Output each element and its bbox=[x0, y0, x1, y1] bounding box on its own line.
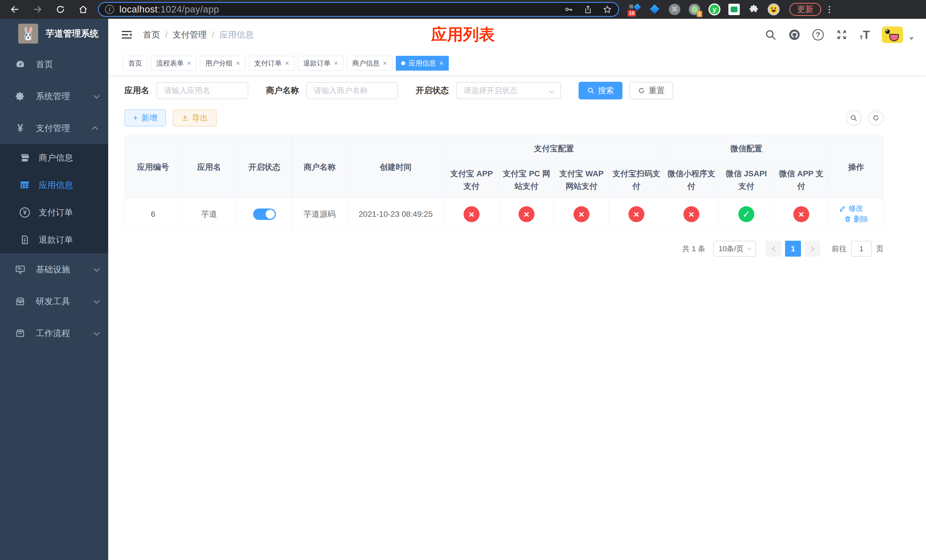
alipay-qr-status-icon: × bbox=[628, 206, 645, 222]
user-avatar[interactable] bbox=[882, 26, 903, 43]
refresh-button[interactable] bbox=[868, 110, 884, 126]
breadcrumb-separator: / bbox=[165, 30, 168, 39]
sidebar-collapse-icon[interactable] bbox=[121, 29, 133, 41]
next-page-button[interactable] bbox=[804, 241, 820, 257]
export-button[interactable]: 导出 bbox=[173, 109, 217, 127]
bookmark-star-icon[interactable] bbox=[603, 5, 612, 14]
sidebar-item-workflow[interactable]: 工作流程 bbox=[0, 317, 108, 349]
search-icon[interactable] bbox=[764, 29, 776, 41]
close-icon[interactable]: × bbox=[439, 60, 443, 67]
trash-icon bbox=[844, 215, 851, 223]
wechat-jsapi-status-icon: ✓ bbox=[738, 206, 754, 222]
sidebar-menu: 首页 系统管理 ¥ 支付管理 bbox=[0, 48, 108, 349]
avatar-caret-icon[interactable] bbox=[909, 37, 914, 40]
goto-page-input[interactable] bbox=[851, 241, 872, 257]
col-header-wechat-jsapi: 微信 JSAPI 支付 bbox=[719, 162, 774, 198]
home-icon[interactable] bbox=[77, 4, 89, 15]
tag-app-info-active[interactable]: 应用信息× bbox=[396, 56, 449, 71]
fullscreen-icon[interactable] bbox=[836, 29, 848, 41]
app-name-input[interactable] bbox=[157, 82, 248, 99]
chevron-down-icon bbox=[94, 298, 100, 304]
sidebar-item-dev-tools[interactable]: 研发工具 bbox=[0, 285, 108, 317]
monitor-icon bbox=[14, 264, 27, 275]
hide-search-button[interactable] bbox=[846, 110, 861, 126]
sidebar-item-app-info[interactable]: 应用信息 bbox=[0, 171, 108, 199]
font-size-icon[interactable]: тT bbox=[859, 29, 870, 41]
extension-yudao-icon[interactable]: y bbox=[708, 3, 720, 15]
extensions-puzzle-icon[interactable] bbox=[748, 3, 760, 15]
col-header-action: 操作 bbox=[829, 136, 884, 198]
prev-page-button[interactable] bbox=[766, 241, 782, 257]
chrome-update-button[interactable]: 更新 bbox=[789, 3, 821, 16]
search-button[interactable]: 搜索 bbox=[579, 82, 622, 100]
chrome-menu-icon[interactable] bbox=[826, 6, 832, 13]
close-icon[interactable]: × bbox=[383, 60, 387, 67]
url-text: localhost:1024/pay/app bbox=[119, 4, 219, 15]
col-header-app-id: 应用编号 bbox=[125, 136, 182, 198]
sidebar-item-label: 支付管理 bbox=[36, 123, 70, 134]
close-icon[interactable]: × bbox=[285, 60, 289, 67]
tag-process-form[interactable]: 流程表单× bbox=[151, 56, 197, 71]
sidebar-item-refund-order[interactable]: 退款订单 bbox=[0, 226, 108, 254]
url-bar[interactable]: i localhost:1024/pay/app bbox=[98, 2, 619, 17]
sidebar-item-pay-order[interactable]: ¥ 支付订单 bbox=[0, 199, 108, 226]
status-toggle[interactable] bbox=[253, 209, 276, 220]
back-icon[interactable] bbox=[9, 4, 21, 15]
merchant-name-input[interactable] bbox=[306, 82, 398, 99]
extension-command-icon[interactable]: ⌘ bbox=[669, 3, 681, 15]
filter-form: 应用名 商户名称 开启状态 请选择开启状态 bbox=[124, 82, 884, 100]
plus-icon: + bbox=[133, 114, 138, 122]
shop-icon bbox=[19, 152, 31, 163]
reload-icon[interactable] bbox=[54, 4, 66, 15]
table-toolbar: + 新增 导出 bbox=[124, 109, 884, 127]
sidebar-item-home[interactable]: 首页 bbox=[0, 48, 108, 80]
sidebar-item-label: 退款订单 bbox=[39, 234, 73, 246]
page-size-select[interactable]: 10条/页 bbox=[713, 241, 756, 257]
profile-avatar-icon[interactable] bbox=[768, 3, 780, 15]
breadcrumb-home[interactable]: 首页 bbox=[143, 29, 160, 41]
page-unit-label: 页 bbox=[876, 244, 884, 254]
tag-merchant-info[interactable]: 商户信息× bbox=[347, 56, 392, 71]
extension-chat-icon[interactable] bbox=[728, 4, 740, 15]
current-page[interactable]: 1 bbox=[785, 241, 801, 257]
share-icon[interactable] bbox=[584, 5, 593, 14]
wechat-mini-status-icon: × bbox=[683, 206, 699, 222]
add-button[interactable]: + 新增 bbox=[124, 109, 166, 127]
help-icon[interactable]: ? bbox=[813, 29, 824, 41]
cell-app-name: 芋道 bbox=[182, 198, 237, 230]
url-path: :1024/pay/app bbox=[158, 4, 219, 15]
sidebar-item-payment[interactable]: ¥ 支付管理 bbox=[0, 112, 108, 144]
sidebar-item-system[interactable]: 系统管理 bbox=[0, 80, 108, 112]
site-info-icon[interactable]: i bbox=[105, 5, 114, 14]
close-icon[interactable]: × bbox=[187, 60, 191, 67]
sidebar-item-infrastructure[interactable]: 基础设施 bbox=[0, 254, 108, 285]
github-icon[interactable] bbox=[788, 29, 800, 41]
col-header-alipay-pc: 支付宝 PC 网站支付 bbox=[499, 162, 554, 198]
col-header-merchant: 商户名称 bbox=[292, 136, 347, 198]
forward-icon[interactable] bbox=[32, 4, 43, 15]
extension-dot-icon[interactable]: 1 bbox=[688, 3, 701, 15]
reset-button[interactable]: 重置 bbox=[629, 82, 673, 100]
breadcrumb-section[interactable]: 支付管理 bbox=[172, 29, 207, 41]
tag-pay-order[interactable]: 支付订单× bbox=[249, 56, 294, 71]
gear-icon bbox=[14, 91, 27, 102]
alipay-app-status-icon: × bbox=[464, 206, 480, 222]
status-select[interactable]: 请选择开启状态 bbox=[456, 82, 561, 99]
close-icon[interactable]: × bbox=[334, 60, 338, 67]
tag-home[interactable]: 首页 bbox=[123, 56, 147, 71]
tag-user-group[interactable]: 用户分组× bbox=[200, 56, 245, 71]
tag-refund-order[interactable]: 退款订单× bbox=[298, 56, 343, 71]
edit-link[interactable]: 修改 bbox=[839, 203, 863, 213]
close-icon[interactable]: × bbox=[236, 60, 240, 67]
extension-kite-icon[interactable] bbox=[649, 3, 661, 15]
password-key-icon[interactable] bbox=[564, 5, 573, 14]
page-annotation-title: 应用列表 bbox=[431, 24, 495, 45]
col-header-created: 创建时间 bbox=[347, 136, 444, 198]
extension-blocks-icon[interactable]: 10 bbox=[629, 3, 641, 15]
sidebar-item-label: 首页 bbox=[36, 59, 53, 70]
col-header-wechat-mini: 微信小程序支付 bbox=[664, 162, 719, 198]
delete-link[interactable]: 删除 bbox=[844, 214, 869, 224]
sidebar-item-merchant-info[interactable]: 商户信息 bbox=[0, 144, 108, 171]
chevron-up-icon bbox=[92, 126, 98, 132]
app-list-page: 应用名 商户名称 开启状态 请选择开启状态 bbox=[108, 76, 926, 257]
